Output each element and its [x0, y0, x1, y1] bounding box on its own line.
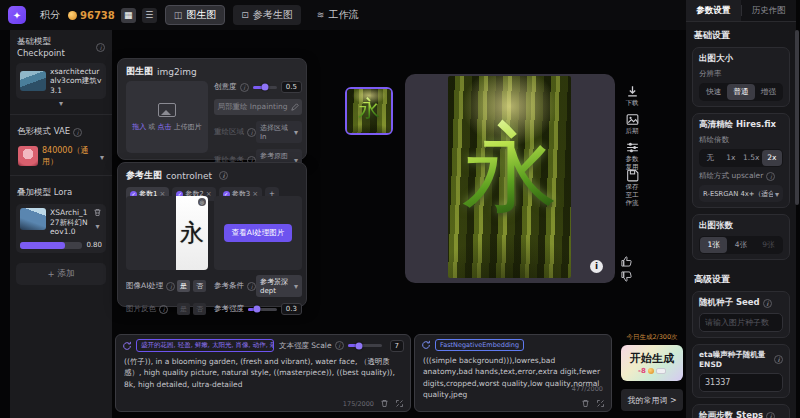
refresh-icon[interactable] — [122, 341, 132, 351]
denoise-slider[interactable] — [253, 86, 277, 89]
hires-1x[interactable]: 1x — [721, 150, 742, 166]
image-settings-icon[interactable] — [198, 198, 206, 206]
denoise-label: 创意度 — [214, 82, 237, 92]
controlnet-panel: 参考生图 controlnet 参数1 参数2 参数3 — [117, 162, 307, 307]
image-info-icon[interactable] — [590, 260, 603, 273]
condition-label: 参考条件 — [214, 281, 244, 291]
tab-img2img[interactable]: 图生图 — [165, 5, 226, 25]
tool-download-button[interactable]: 下载 — [620, 84, 644, 108]
strength-value[interactable]: 0.3 — [281, 303, 302, 315]
image-upload-dropzone[interactable]: 拖入 或 点击 上传图片 — [126, 81, 208, 153]
info-icon[interactable] — [73, 128, 82, 137]
seed-input[interactable] — [699, 313, 783, 332]
info-icon[interactable] — [166, 282, 175, 291]
expand-icon[interactable] — [395, 399, 404, 408]
scale-value[interactable]: 7 — [390, 340, 404, 352]
generate-button[interactable]: 开始生成 -8 — [621, 345, 683, 381]
expand-icon[interactable] — [596, 399, 605, 408]
thumbs-up-icon — [620, 255, 633, 267]
tab-param-settings[interactable]: 参数设置 — [686, 0, 741, 21]
info-icon[interactable] — [219, 171, 228, 180]
ensd-input[interactable] — [699, 373, 783, 392]
upscaler-dropdown[interactable]: R-ESRGAN 4x+（适合多种风 — [699, 185, 783, 202]
tool-postprocess-button[interactable]: 后期 — [620, 112, 644, 136]
tab-workflow[interactable]: 工作流 — [309, 5, 367, 25]
info-icon[interactable] — [766, 412, 775, 418]
prompt-translation-tags[interactable]: 盛开的花园, 轻盈, 鲜嫩, 太阳光, 肖像, 动作, 最佳质量 — [136, 339, 274, 352]
checkpoint-name: xsarchitecturalv3com建筑v3.1 — [50, 67, 102, 95]
info-icon[interactable] — [240, 83, 249, 92]
scale-label: 文本强度 Scale — [279, 341, 332, 351]
no-button[interactable]: 否 — [193, 303, 206, 315]
yes-button[interactable]: 是 — [177, 303, 190, 315]
tool-save-workflow-button[interactable]: 保存至工作流 — [620, 168, 644, 207]
yes-button[interactable]: 是 — [177, 280, 190, 292]
info-icon[interactable] — [774, 355, 783, 364]
tab-history[interactable]: 历史作图 — [742, 0, 797, 21]
info-icon[interactable] — [763, 299, 772, 308]
lora-card[interactable]: XSArchi_127新科幻Neov1.0 0.80 — [16, 204, 106, 253]
app-logo-icon[interactable] — [8, 6, 26, 24]
resolution-enhanced[interactable]: 增强 — [755, 84, 782, 100]
redraw-area-dropdown[interactable]: 选择区域 In — [256, 121, 302, 143]
vae-section-label: 色彩模式 VAE — [17, 126, 70, 138]
info-icon[interactable] — [247, 282, 256, 291]
no-button[interactable]: 否 — [193, 280, 206, 292]
hires-2x[interactable]: 2x — [762, 150, 783, 166]
checkpoint-collapse-chevron-icon[interactable] — [10, 99, 112, 109]
thumbs-up-button[interactable] — [620, 255, 634, 268]
negative-embedding-tag[interactable]: FastNegativeEmbedding — [435, 339, 524, 351]
condition-dropdown[interactable]: 参考景深 dept — [256, 275, 302, 297]
denoise-value[interactable]: 0.5 — [281, 81, 302, 93]
negative-prompt-input[interactable]: (((simple background))),lowres,bad anato… — [415, 353, 611, 401]
grid-view-icon[interactable] — [121, 8, 136, 23]
favorite-prompts-button[interactable]: 我的常用词 > — [621, 389, 683, 411]
ensd-label-wrap: eta噪声种子随机量 ENSD — [699, 350, 783, 369]
img2img-title-cn: 图生图 — [126, 65, 153, 78]
trash-icon[interactable] — [93, 208, 102, 217]
view-ai-processed-button[interactable]: 查看AI处理图片 — [224, 224, 292, 242]
scale-slider[interactable] — [348, 344, 382, 347]
add-lora-button[interactable]: 添加 — [16, 263, 106, 285]
generated-image[interactable]: 永 — [448, 76, 571, 278]
positive-prompt-box: 盛开的花园, 轻盈, 鲜嫩, 太阳光, 肖像, 动作, 最佳质量 文本强度 Sc… — [115, 334, 411, 412]
chevron-down-icon[interactable] — [95, 220, 99, 231]
vae-value: 840000（通用） — [42, 145, 96, 167]
controlnet-reference-image[interactable]: 永 — [126, 196, 208, 270]
thumbs-down-icon — [620, 271, 633, 283]
menu-icon[interactable] — [142, 8, 157, 23]
count-4[interactable]: 4张 — [727, 237, 754, 253]
trash-icon[interactable] — [380, 399, 389, 408]
trash-icon[interactable] — [581, 399, 590, 408]
lora-name: XSArchi_127新科幻Neov1.0 — [50, 208, 89, 236]
refresh-icon[interactable] — [421, 340, 431, 350]
info-icon[interactable] — [766, 172, 775, 181]
scrollbar[interactable] — [795, 30, 799, 205]
redraw-area-label-wrap: 重绘区域 — [214, 127, 256, 137]
result-thumbnail-selected[interactable]: 永 — [345, 87, 393, 135]
info-icon[interactable] — [96, 43, 105, 52]
hires-1-5x[interactable]: 1.5x — [741, 150, 762, 166]
count-1[interactable]: 1张 — [700, 237, 727, 253]
tab-reference[interactable]: 参考生图 — [233, 5, 301, 25]
vae-selector[interactable]: 840000（通用） — [16, 142, 106, 170]
resolution-fast[interactable]: 快速 — [700, 84, 727, 100]
upload-click-label[interactable]: 点击 — [158, 123, 172, 131]
lora-section-label: 叠加模型 Lora — [17, 187, 72, 199]
generated-image-glyph: 永 — [462, 105, 558, 235]
info-icon[interactable] — [335, 341, 344, 350]
hires-none[interactable]: 无 — [700, 150, 721, 166]
tool-reuse-params-button[interactable]: 参数复用 — [620, 140, 644, 172]
lora-weight-slider[interactable] — [20, 242, 82, 249]
positive-prompt-input[interactable]: ((竹子)), in a blooming garden, (fresh and… — [116, 354, 410, 396]
ai-process-label-wrap: 图像AI处理 — [126, 281, 175, 291]
thumbs-down-button[interactable] — [620, 271, 634, 284]
inpainting-button[interactable]: 局部重绘 Inpainting — [214, 99, 302, 115]
lora-thumbnail — [20, 208, 46, 230]
resolution-normal[interactable]: 普通 — [727, 84, 754, 100]
controlnet-processed-area: 查看AI处理图片 — [214, 196, 302, 270]
checkpoint-card[interactable]: xsarchitecturalv3com建筑v3.1 — [16, 63, 106, 99]
strength-slider[interactable] — [248, 308, 277, 311]
generate-cost: -8 — [638, 367, 666, 375]
resolution-label: 分辨率 — [699, 69, 783, 79]
